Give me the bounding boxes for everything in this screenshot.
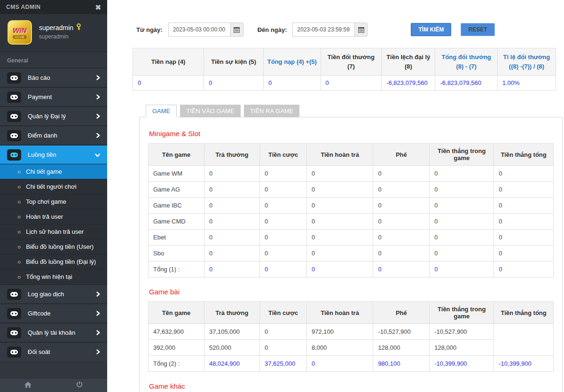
sidebar-item[interactable]: Payment <box>0 87 107 106</box>
key-icon <box>76 23 81 31</box>
calendar-icon[interactable] <box>354 23 368 37</box>
total-row: Tổng (1) :000000 <box>149 261 554 277</box>
summary-table: Tiền nạp (4)Tiền sự kiện (5)Tổng nạp (4)… <box>133 48 556 91</box>
sidebar-item[interactable]: Luồng tiền <box>0 145 107 164</box>
table-cell: 972,100 <box>307 324 373 340</box>
game-column-header: Tên game <box>149 302 204 324</box>
table-cell: 0 <box>430 182 494 198</box>
sidebar-item[interactable]: Quản lý Đại lý <box>0 106 107 125</box>
circle-icon: ○ <box>17 274 21 280</box>
sidebar-item[interactable]: Giftcode <box>0 303 107 323</box>
table-cell: 0 <box>260 182 307 198</box>
table-cell: 0 <box>260 340 307 356</box>
table-cell: 0 <box>494 198 554 214</box>
sidebar-subitem[interactable]: ○Biểu đồ luồng tiền (User) <box>0 239 107 254</box>
sidebar-item-label: Payment <box>28 93 90 100</box>
sidebar-item[interactable]: Quản lý tài khoản <box>0 323 107 342</box>
calendar-icon[interactable] <box>230 23 243 37</box>
table-cell: 0 <box>204 230 259 246</box>
sidebar-subitem[interactable]: ○Chi tiết người chơi <box>0 179 107 194</box>
chevron-down-icon <box>95 151 100 159</box>
table-cell: 0 <box>373 198 430 214</box>
total-cell: 0 <box>260 261 307 277</box>
game-column-header: Trả thưởng <box>204 302 259 324</box>
tab-game[interactable]: GAME <box>146 105 177 117</box>
circle-icon: ○ <box>17 199 21 205</box>
reset-button[interactable]: RESET <box>461 23 494 36</box>
sidebar-item-label: Giftcode <box>28 310 90 317</box>
total-cell: 0 <box>204 261 259 277</box>
game-column-header: Tiền thắng trong game <box>430 302 494 324</box>
table-cell: -10,527,900 <box>373 324 430 340</box>
total-cell: 0 <box>430 261 494 277</box>
gamepad-icon <box>7 72 21 84</box>
table-cell: 0 <box>494 166 554 182</box>
sidebar-subitem[interactable]: ○Top chơi game <box>0 194 107 209</box>
total-cell: 0 <box>494 261 554 277</box>
table-cell: 0 <box>260 198 307 214</box>
table-cell: 0 <box>307 214 373 230</box>
table-cell: 37,105,000 <box>204 324 259 340</box>
table-cell: -10,527,900 <box>430 324 494 340</box>
table-cell: 0 <box>307 246 373 261</box>
summary-value-cell: 0 <box>133 76 204 91</box>
total-row: Tổng (2) :48,024,90037,625,0000980,100-1… <box>149 356 554 372</box>
sidebar-item-label: Đối soát <box>28 348 90 355</box>
tab-tiền-vào-game[interactable]: TIỀN VÀO GAME <box>180 105 241 117</box>
sidebar-item-label: Điểm danh <box>28 132 90 139</box>
table-cell: Game IBC <box>149 198 204 214</box>
summary-value-cell: 0 <box>264 76 321 91</box>
total-cell: 0 <box>373 261 430 277</box>
sidebar-subitem-label: Chi tiết người chơi <box>26 183 76 190</box>
table-cell: 0 <box>204 198 259 214</box>
table-row: Ebet000000 <box>149 230 554 246</box>
game-column-header: Tiền cược <box>260 302 307 324</box>
game-column-header: Tiền thắng trong game <box>430 144 494 166</box>
power-icon[interactable] <box>76 381 83 390</box>
sidebar-subitem[interactable]: ○Chi tiết game <box>0 164 107 179</box>
table-row: 47,632,90037,105,0000972,100-10,527,900-… <box>149 324 554 340</box>
user-name: superadmin <box>39 24 73 31</box>
sidebar-footer <box>0 379 107 392</box>
summary-value-cell: -6,823,079,560 <box>382 76 435 91</box>
sidebar-item-label: Quản lý tài khoản <box>28 329 90 336</box>
home-icon[interactable] <box>24 381 31 390</box>
total-cell: Tổng (1) : <box>149 261 204 277</box>
game-column-header: Tiền hoàn trả <box>307 302 373 324</box>
sidebar-item-label: Quản lý Đại lý <box>28 113 90 120</box>
sidebar-subitem[interactable]: ○Tổng win hiện tại <box>0 269 107 284</box>
total-cell: 0 <box>307 356 373 372</box>
tab-bar: GAMETIỀN VÀO GAMETIỀN RA GAME <box>146 105 564 117</box>
sidebar-item[interactable]: Báo cáo <box>0 68 107 87</box>
table-row: 392,000520,00008,000128,000128,000 <box>149 340 554 356</box>
from-date-input[interactable] <box>168 23 230 37</box>
tab-tiền-ra-game[interactable]: TIỀN RA GAME <box>244 105 299 117</box>
table-cell: 0 <box>430 230 494 246</box>
avatar-logo-subtext: CLUB <box>13 35 27 39</box>
sidebar-item[interactable]: Điểm danh <box>0 125 107 145</box>
sidebar-subitem[interactable]: ○Hoàn trả user <box>0 209 107 224</box>
app-root: CMS ADMIN ✖ WIN CLUB superadmin superadm… <box>0 0 564 392</box>
summary-value-cell: 1.00% <box>497 76 556 91</box>
table-cell: 0 <box>494 246 554 261</box>
sidebar-item-label: Log giao dịch <box>28 291 90 298</box>
table-cell: 0 <box>373 166 430 182</box>
table-cell: 0 <box>373 246 430 261</box>
sidebar-subitem[interactable]: ○Lịch sử hoàn trả user <box>0 224 107 239</box>
game-column-header: Trả thưởng <box>204 144 259 166</box>
table-cell: 0 <box>373 230 430 246</box>
total-cell: -10,399,900 <box>430 356 494 372</box>
user-panel: WIN CLUB superadmin superadmin <box>0 14 107 52</box>
game-column-header: Tên game <box>149 144 204 166</box>
to-date-input[interactable] <box>292 23 354 37</box>
summary-column-header: Tổng đổi thưởng (8) - (7) <box>435 48 497 76</box>
sidebar-subitem[interactable]: ○Biểu đồ luồng tiền (Đại lý) <box>0 254 107 269</box>
search-button[interactable]: TÌM KIẾM <box>411 23 451 36</box>
to-date-group <box>292 23 368 37</box>
table-cell: 0 <box>204 246 259 261</box>
table-cell: 0 <box>307 198 373 214</box>
sidebar-item[interactable]: Đối soát <box>0 342 107 361</box>
close-icon[interactable]: ✖ <box>95 4 101 11</box>
table-cell: 0 <box>260 214 307 230</box>
sidebar-item[interactable]: Log giao dịch <box>0 284 107 303</box>
